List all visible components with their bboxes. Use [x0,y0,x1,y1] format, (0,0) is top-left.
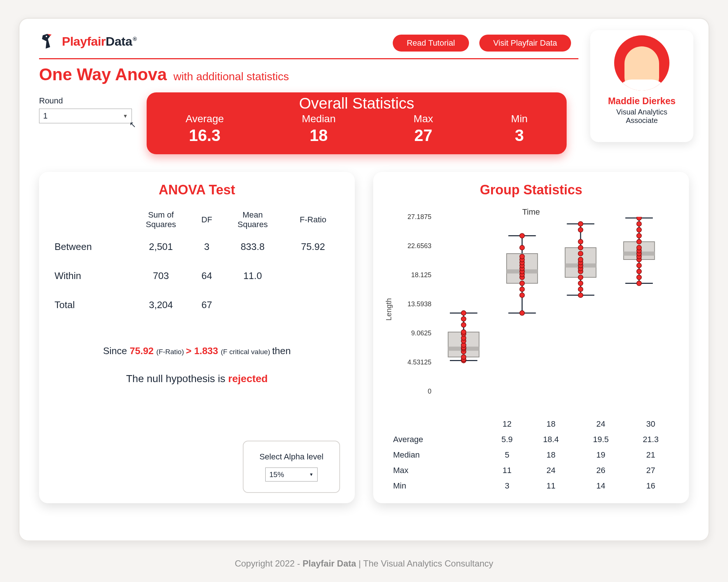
anova-card: ANOVA Test Sum ofSquaresDFMeanSquaresF-R… [39,172,355,503]
anova-title: ANOVA Test [52,182,342,198]
chevron-down-icon: ▼ [309,472,314,477]
svg-point-17 [461,322,466,327]
svg-point-65 [637,269,641,274]
author-name: Maddie Dierkes [590,96,693,106]
svg-point-47 [578,275,583,280]
table-row: Median5181921 [386,447,676,463]
author-role-line2: Associate [590,116,693,125]
anova-table: Sum ofSquaresDFMeanSquaresF-Ratio Betwee… [52,207,342,320]
y-tick: 9.0625 [411,329,431,337]
cursor-icon: ↖ [129,120,136,130]
svg-point-66 [637,263,641,268]
boxplot-svg [434,217,668,378]
overall-stats-strip: Overall Statistics Average16.3Median18Ma… [147,92,567,154]
svg-point-64 [637,275,641,280]
alpha-select[interactable]: 15% ▼ [265,468,318,482]
avatar [614,35,669,91]
overall-stat-max: Max27 [414,113,433,145]
y-tick: 27.1875 [407,213,431,221]
svg-point-38 [520,233,525,238]
alpha-box: Select Alpha level 15% ▼ [243,441,340,493]
svg-point-75 [637,222,641,226]
page-title: One Way Anova [39,64,167,84]
chevron-down-icon: ▼ [123,113,128,119]
svg-point-63 [637,281,641,286]
svg-point-46 [578,281,583,286]
header: PlayfairData® Read Tutorial Visit Playfa… [39,32,689,84]
table-row: Average5.918.419.521.3 [386,432,676,447]
svg-point-45 [578,287,583,292]
table-row: Total3,20467 [52,290,342,320]
svg-point-19 [461,311,466,315]
overall-stats-title: Overall Statistics [299,95,414,112]
author-card: Maddie Dierkes Visual Analytics Associat… [590,30,693,142]
author-role-line1: Visual Analytics [590,108,693,116]
y-tick: 18.125 [411,271,431,279]
svg-point-72 [637,239,641,244]
svg-point-76 [637,217,641,221]
svg-point-8 [461,355,466,359]
svg-point-37 [520,245,525,250]
svg-point-56 [578,227,583,232]
brand-text: PlayfairData® [62,34,137,49]
table-row: Min3111416 [386,478,676,494]
svg-point-25 [520,311,525,315]
visit-playfair-button[interactable]: Visit Playfair Data [479,35,571,52]
alpha-label: Select Alpha level [259,452,323,462]
svg-point-54 [578,245,583,250]
footer: Copyright 2022 - Playfair Data | The Vis… [0,558,728,569]
svg-point-44 [578,293,583,297]
bird-icon [39,32,57,50]
read-tutorial-button[interactable]: Read Tutorial [393,35,469,52]
svg-point-52 [578,257,583,262]
svg-point-57 [578,222,583,226]
y-tick: 0 [428,388,431,395]
x-tick: 24 [576,416,626,432]
group-stats-table: 12182430 Average5.918.419.521.3Median518… [386,416,676,494]
group-stats-card: Group Statistics Time Length 27.187522.6… [373,172,689,503]
svg-point-16 [461,329,466,334]
svg-point-18 [461,317,466,321]
round-label: Round [39,96,132,106]
svg-point-74 [637,227,641,232]
y-tick: 13.5938 [407,300,431,308]
svg-point-73 [637,233,641,238]
svg-point-71 [637,245,641,250]
x-tick: 18 [526,416,576,432]
x-tick: 30 [626,416,676,432]
overall-stat-average: Average16.3 [186,113,224,145]
svg-point-0 [46,36,47,37]
y-tick: 4.53125 [407,359,431,366]
svg-point-26 [520,293,525,297]
svg-point-53 [578,251,583,256]
x-tick: 12 [488,416,526,432]
svg-point-28 [520,281,525,286]
table-row: Within7036411.0 [52,261,342,290]
boxplot-chart: Time Length 27.187522.656318.12513.59389… [386,207,676,413]
table-row: Max11242627 [386,463,676,478]
svg-point-27 [520,287,525,292]
chart-y-label: Length [385,298,393,321]
y-tick: 22.6563 [407,242,431,250]
table-row: Between2,5013833.875.92 [52,232,342,261]
group-stats-title: Group Statistics [386,182,676,198]
alpha-select-value: 15% [269,470,284,479]
round-select[interactable]: 1 ▼ ↖ [39,109,132,123]
header-divider [39,58,578,59]
round-select-value: 1 [43,111,48,121]
svg-point-36 [520,254,525,259]
overall-stat-median: Median18 [302,113,336,145]
svg-point-55 [578,239,583,244]
anova-hypothesis: The null hypothesis is rejected [52,373,342,385]
overall-stat-min: Min3 [511,113,528,145]
page-subtitle: with additional statistics [174,70,289,83]
anova-verdict: Since 75.92 (F-Ratio) > 1.833 (F critica… [52,345,342,357]
